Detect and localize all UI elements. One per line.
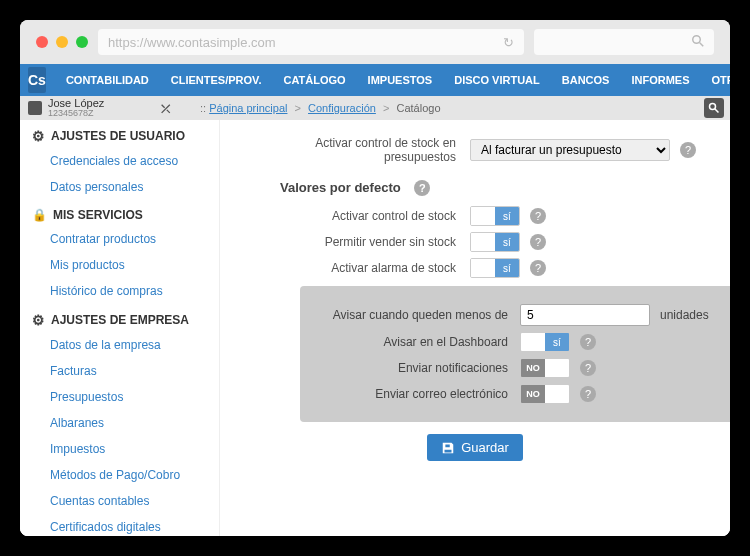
- label-correo: Enviar correo electrónico: [320, 387, 520, 401]
- user-icon: [28, 101, 42, 115]
- breadcrumb-home[interactable]: Página principal: [209, 102, 287, 114]
- nav-bancos[interactable]: BANCOS: [552, 74, 620, 86]
- sidebar-item-metodos-pago[interactable]: Métodos de Pago/Cobro: [20, 462, 219, 488]
- label-activar-stock: Activar control de stock: [250, 209, 470, 223]
- refresh-icon[interactable]: ↻: [503, 35, 514, 50]
- content: Activar control de stock en presupuestos…: [220, 120, 730, 536]
- toggle-activar-stock[interactable]: sí: [470, 206, 520, 226]
- label-stock-budget: Activar control de stock en presupuestos: [250, 136, 470, 164]
- lock-icon: 🔒: [32, 208, 47, 222]
- collapse-sidebar-icon[interactable]: ⤫: [159, 99, 172, 118]
- maximize-window-icon[interactable]: [76, 36, 88, 48]
- nav-contabilidad[interactable]: CONTABILIDAD: [56, 74, 159, 86]
- nav-catalogo[interactable]: CATÁLOGO: [273, 74, 355, 86]
- help-icon[interactable]: ?: [530, 208, 546, 224]
- sidebar-item-datos-empresa[interactable]: Datos de la empresa: [20, 332, 219, 358]
- sidebar-item-datos-personales[interactable]: Datos personales: [20, 174, 219, 200]
- search-icon: [692, 33, 704, 51]
- label-avisar-cantidad: Avisar cuando queden menos de: [320, 308, 520, 322]
- toggle-correo[interactable]: NO: [520, 384, 570, 404]
- row-stock-budget: Activar control de stock en presupuestos…: [250, 136, 700, 164]
- sidebar-item-credenciales[interactable]: Credenciales de acceso: [20, 148, 219, 174]
- sidebar: ⚙AJUSTES DE USUARIO Credenciales de acce…: [20, 120, 220, 536]
- sidebar-item-mis-productos[interactable]: Mis productos: [20, 252, 219, 278]
- label-notificaciones: Enviar notificaciones: [320, 361, 520, 375]
- logo[interactable]: Cs: [28, 67, 46, 93]
- close-window-icon[interactable]: [36, 36, 48, 48]
- nav-otros[interactable]: OTROS: [702, 74, 731, 86]
- sidebar-item-contratar[interactable]: Contratar productos: [20, 226, 219, 252]
- sidebar-item-cuentas[interactable]: Cuentas contables: [20, 488, 219, 514]
- sidebar-section-empresa: ⚙AJUSTES DE EMPRESA: [20, 304, 219, 332]
- minimize-window-icon[interactable]: [56, 36, 68, 48]
- toggle-notificaciones[interactable]: NO: [520, 358, 570, 378]
- browser-search[interactable]: [534, 29, 714, 55]
- unit-label: unidades: [660, 308, 709, 322]
- nav-disco[interactable]: DISCO VIRTUAL: [444, 74, 550, 86]
- save-button[interactable]: Guardar: [427, 434, 523, 461]
- workspace: ⚙AJUSTES DE USUARIO Credenciales de acce…: [20, 120, 730, 536]
- help-icon[interactable]: ?: [530, 260, 546, 276]
- row-activar-stock: Activar control de stock sí ?: [250, 206, 700, 226]
- sidebar-item-facturas[interactable]: Facturas: [20, 358, 219, 384]
- svg-line-1: [700, 43, 704, 47]
- sidebar-item-impuestos[interactable]: Impuestos: [20, 436, 219, 462]
- gear-icon: ⚙: [32, 312, 45, 328]
- gear-icon: ⚙: [32, 128, 45, 144]
- nav-impuestos[interactable]: IMPUESTOS: [358, 74, 443, 86]
- help-icon[interactable]: ?: [680, 142, 696, 158]
- toggle-vender-sin-stock[interactable]: sí: [470, 232, 520, 252]
- row-avisar-dashboard: Avisar en el Dashboard sí ?: [320, 332, 730, 352]
- alarm-settings-box: Avisar cuando queden menos de unidades A…: [300, 286, 730, 422]
- window-controls: [36, 36, 88, 48]
- help-icon[interactable]: ?: [530, 234, 546, 250]
- label-alarma-stock: Activar alarma de stock: [250, 261, 470, 275]
- sidebar-item-presupuestos[interactable]: Presupuestos: [20, 384, 219, 410]
- input-avisar-cantidad[interactable]: [520, 304, 650, 326]
- breadcrumb-prefix: ::: [200, 102, 206, 114]
- select-stock-budget[interactable]: Al facturar un presupuesto: [470, 139, 670, 161]
- page-search-button[interactable]: [704, 98, 724, 118]
- url-bar[interactable]: https://www.contasimple.com ↻: [98, 29, 524, 55]
- nav-clientes[interactable]: CLIENTES/PROV.: [161, 74, 272, 86]
- sidebar-item-albaranes[interactable]: Albaranes: [20, 410, 219, 436]
- label-vender-sin-stock: Permitir vender sin stock: [250, 235, 470, 249]
- row-correo: Enviar correo electrónico NO ?: [320, 384, 730, 404]
- row-alarma-stock: Activar alarma de stock sí ?: [250, 258, 700, 278]
- row-avisar-cantidad: Avisar cuando queden menos de unidades: [320, 304, 730, 326]
- sidebar-item-certificados[interactable]: Certificados digitales: [20, 514, 219, 536]
- breadcrumb-config[interactable]: Configuración: [308, 102, 376, 114]
- user-box: Jose López 12345678Z ⤫: [20, 98, 180, 118]
- main-nav: Cs CONTABILIDAD CLIENTES/PROV. CATÁLOGO …: [20, 64, 730, 96]
- sidebar-section-servicios: 🔒MIS SERVICIOS: [20, 200, 219, 226]
- defaults-title: Valores por defecto ?: [250, 180, 700, 196]
- sidebar-section-user: ⚙AJUSTES DE USUARIO: [20, 120, 219, 148]
- browser-window: https://www.contasimple.com ↻ Cs CONTABI…: [20, 20, 730, 536]
- row-vender-sin-stock: Permitir vender sin stock sí ?: [250, 232, 700, 252]
- url-text: https://www.contasimple.com: [108, 35, 276, 50]
- label-avisar-dashboard: Avisar en el Dashboard: [320, 335, 520, 349]
- help-icon[interactable]: ?: [580, 360, 596, 376]
- svg-point-2: [710, 104, 716, 110]
- breadcrumb-current: Catálogo: [396, 102, 440, 114]
- browser-chrome: https://www.contasimple.com ↻: [20, 20, 730, 64]
- breadcrumb: :: Página principal > Configuración > Ca…: [180, 102, 441, 114]
- svg-line-3: [715, 109, 719, 113]
- sidebar-item-historico[interactable]: Histórico de compras: [20, 278, 219, 304]
- user-id: 12345678Z: [48, 109, 104, 118]
- help-icon[interactable]: ?: [580, 386, 596, 402]
- help-icon[interactable]: ?: [414, 180, 430, 196]
- svg-point-0: [693, 36, 701, 44]
- row-notificaciones: Enviar notificaciones NO ?: [320, 358, 730, 378]
- toggle-alarma-stock[interactable]: sí: [470, 258, 520, 278]
- nav-informes[interactable]: INFORMES: [621, 74, 699, 86]
- sub-bar: Jose López 12345678Z ⤫ :: Página princip…: [20, 96, 730, 120]
- toggle-avisar-dashboard[interactable]: sí: [520, 332, 570, 352]
- help-icon[interactable]: ?: [580, 334, 596, 350]
- save-icon: [441, 441, 455, 455]
